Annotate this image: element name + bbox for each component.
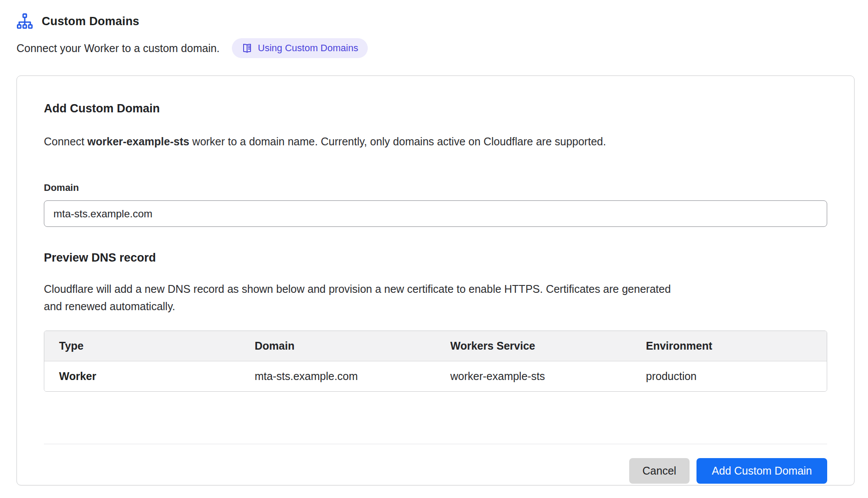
cell-domain: mta-sts.example.com (240, 361, 436, 391)
page-title: Custom Domains (42, 15, 139, 28)
domain-input[interactable] (44, 200, 827, 227)
domain-field-label: Domain (44, 182, 827, 193)
column-header-domain: Domain (240, 331, 436, 361)
column-header-environment: Environment (631, 331, 827, 361)
cell-environment: production (631, 361, 827, 391)
page-subheader: Connect your Worker to a custom domain. … (17, 38, 855, 58)
add-custom-domain-button[interactable]: Add Custom Domain (696, 458, 827, 484)
description-prefix: Connect (44, 135, 87, 147)
column-header-type: Type (44, 331, 240, 361)
column-header-workers-service: Workers Service (436, 331, 631, 361)
footer-actions: Cancel Add Custom Domain (44, 458, 827, 484)
description-suffix: worker to a domain name. Currently, only… (189, 135, 606, 147)
table-header-row: Type Domain Workers Service Environment (44, 331, 827, 361)
card-description: Connect worker-example-sts worker to a d… (44, 133, 827, 150)
open-book-icon (241, 43, 253, 54)
footer-divider (44, 444, 827, 444)
preview-dns-description: Cloudflare will add a new DNS record as … (44, 280, 682, 315)
page-header: Custom Domains (17, 13, 855, 29)
custom-domains-page: Custom Domains Connect your Worker to a … (0, 0, 868, 485)
table-row: Worker mta-sts.example.com worker-exampl… (44, 361, 827, 391)
page-subtitle: Connect your Worker to a custom domain. (17, 42, 220, 55)
dns-preview-table: Type Domain Workers Service Environment … (44, 331, 827, 392)
cell-workers-service: worker-example-sts (436, 361, 631, 391)
add-custom-domain-card: Add Custom Domain Connect worker-example… (17, 75, 855, 485)
sitemap-icon (17, 13, 33, 29)
docs-link-label: Using Custom Domains (258, 43, 358, 54)
preview-dns-heading: Preview DNS record (44, 251, 827, 265)
worker-name: worker-example-sts (87, 135, 189, 147)
card-heading: Add Custom Domain (44, 102, 827, 115)
cell-type: Worker (44, 361, 240, 391)
cancel-button[interactable]: Cancel (629, 458, 690, 484)
docs-link-badge[interactable]: Using Custom Domains (232, 38, 368, 58)
